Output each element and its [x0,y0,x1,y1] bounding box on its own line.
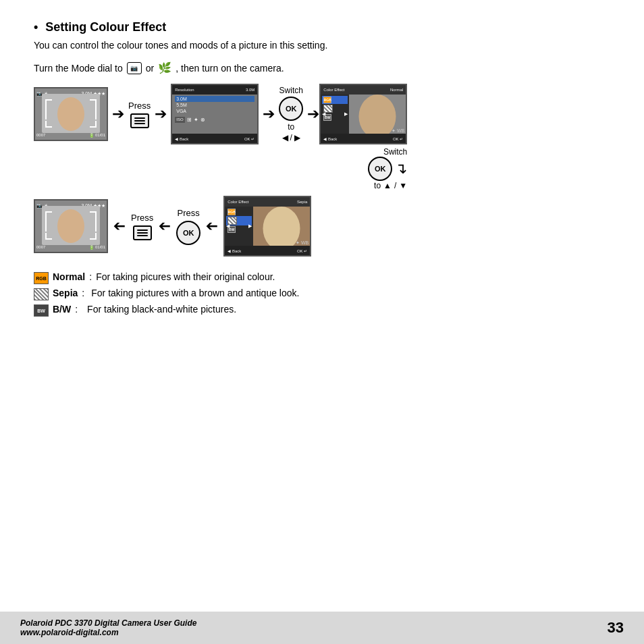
menu-header: Resolution 3.0M [172,85,257,95]
right-arrow: ▶ [294,133,300,142]
sepia-colon: : [82,288,84,298]
cam-footer-1: 0007 🔋 01/01 [36,132,105,138]
normal-label: Normal [53,271,85,282]
arrow-4: ➔ [307,105,319,123]
color-extra-icons: ✦ WB [392,128,404,134]
sepia-footer-ok: OK ↵ [297,248,307,253]
menu-line-2 [134,120,145,122]
sepia-menu: RGB BW ◀ ▶ [225,207,253,246]
cam-footer2-right: 01/01 [95,245,105,249]
legend-section: RGB Normal : For taking picures with the… [34,271,610,317]
bracket-tr [90,99,97,119]
sepia-header-right: Sepia [297,200,307,204]
bw-colon: : [75,304,78,315]
switch-down-section: Switch OK ↴ to ▲ / ▼ [368,147,407,190]
legend-row-sepia: S Sepia : For taking pictures with a bro… [34,288,610,300]
wb-sepia-icon: ✦ WB [296,240,308,246]
menu-button-bottom [133,225,152,240]
color-menu-normal: RGB BW ◀ ▶ [321,95,349,134]
ok-button-3[interactable]: OK [176,221,200,245]
press-menu-bottom: Press [131,213,153,240]
up-arrow-nav: ▲ [383,181,392,190]
cam-footer-2: 0007 🔋 01/01 [36,244,105,250]
switch-label-down: Switch [383,147,407,157]
legend-icon-sepia: S [34,288,49,300]
bw-desc: For taking black-and-white pictures. [87,304,236,315]
cam-footer-battery: 🔋 01/01 [89,133,105,138]
press-text-1: Press [128,101,151,111]
face-oval-2 [57,209,84,243]
cam-face-1 [42,94,100,133]
arrow-down-right: ↴ [395,160,407,178]
camera-mode-icon: 📷 [127,62,142,74]
menu-line-1 [134,117,145,119]
ok-text-3: OK [183,229,194,237]
sepia-footer-back: ◀ Back [227,248,241,253]
bullet: • [34,20,38,34]
menu-line-b3 [137,235,148,236]
cam-footer2-battery: 🔋 01/01 [89,245,105,250]
ok-button-1[interactable]: OK [279,97,303,121]
arrow-back-1: ➔ [113,217,126,235]
menu-item-vga-text: VGA [176,109,186,113]
arrow-2: ➔ [155,105,167,123]
page-content: • Setting Colour Effect You can control … [0,0,644,333]
mode-or-text: or [146,63,154,74]
sepia-label: Sepia [53,288,78,298]
left-indicator: ◀ [322,111,325,117]
face-normal [359,95,396,134]
ok-down-row: OK ↴ [368,157,407,181]
menu-header-left: Resolution [175,88,194,92]
footer-line1: Polaroid PDC 3370 Digital Camera User Gu… [20,618,196,628]
normal-colon: : [89,271,92,282]
sepia-header-left: Color Effect [227,200,248,204]
legend-row-normal: RGB Normal : For taking picures with the… [34,271,610,284]
left-arrow: ◀ [282,133,288,142]
bracket2-tl [45,211,52,232]
rgb-item: RGB [322,96,348,104]
bracket-bl [45,121,52,128]
press-ok-bottom: Press OK [176,208,200,245]
rgb-icon: RGB [323,97,331,103]
color-header-right: Normal [390,88,403,92]
menu-line-3 [134,123,145,124]
menu-footer-back: ◀ Back [175,136,188,141]
cam-footer2-left: 0007 [36,245,45,249]
sepia-extra-icons: ✦ WB [296,240,308,246]
menu-item-3m-text: 3.0M [176,97,187,101]
arrow-1: ➔ [112,105,124,123]
color-footer-back: ◀ Back [323,136,337,141]
press-text-bottom-ok: Press [178,208,200,218]
scene-mode-icon: 🌿 [158,61,171,74]
left-indicator-sepia: ◀ [226,223,230,229]
legend-icon-bw: BW [34,304,49,317]
mode-instruction: Turn the Mode dial to 📷 or 🌿 , then turn… [34,61,610,74]
iso-icon: ISO [175,117,184,123]
color-header-normal: Color Effect Normal [321,85,406,95]
ok-switch-top: Switch OK to ◀ / ▶ [279,86,303,142]
color-footer-ok: OK ↵ [393,136,403,141]
bw-label: B/W [53,304,71,315]
menu-header-right: 3.0M [246,88,254,92]
sepia-desc: For taking pictures with a brown and ant… [91,288,299,298]
bottom-flow: 📷 ☀ 3.0M ★★★ 0007 🔋 01/01 ➔ Pres [34,196,610,257]
color-screen-sepia: Color Effect Sepia RGB BW ◀ ▶ ✦ [223,196,311,257]
menu-footer-ok: OK ↵ [244,136,254,141]
press-text-bottom-menu: Press [131,213,153,223]
legend-row-bw: BW B/W : For taking black-and-white pict… [34,304,610,317]
flash-icon: ⊞ [187,117,192,123]
bracket-br [90,121,97,128]
cam-face-2 [42,206,100,245]
footer-line2: www.polaroid-digital.com [20,628,196,637]
menu-icons-row: ISO ⊞ ✦ ⊗ [175,117,254,123]
top-flow-left: 📷 ☀ 3.0M ★★★ 0007 🔋 01/01 [34,84,319,144]
ok-button-2[interactable]: OK [368,157,392,181]
legend-icon-rgb: RGB [34,272,49,284]
right-side-diagram: Color Effect Normal RGB BW ◀ ▶ [319,84,407,190]
face-oval-1 [57,97,84,131]
switch-label-top: Switch [279,86,303,95]
wb-icon: ✦ [194,117,198,123]
intro-text: You can control the colour tones and moo… [34,40,610,51]
page-footer: Polaroid PDC 3370 Digital Camera User Gu… [0,612,644,644]
color-screen-normal: Color Effect Normal RGB BW ◀ ▶ [319,84,407,144]
